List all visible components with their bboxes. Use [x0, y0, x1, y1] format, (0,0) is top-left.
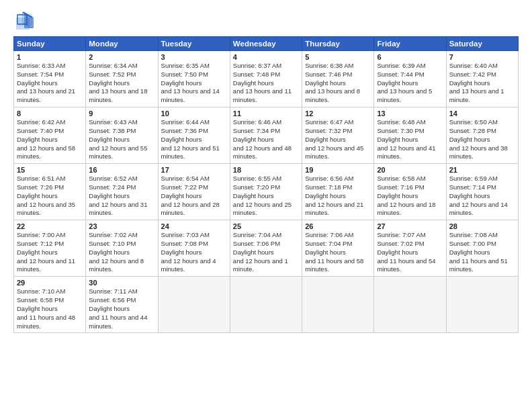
calendar-week-5: 29 Sunrise: 7:10 AM Sunset: 6:58 PM Dayl… — [14, 277, 519, 333]
weekday-header-friday: Friday — [374, 37, 446, 51]
day-info: Sunrise: 6:56 AM Sunset: 7:18 PM Dayligh… — [305, 175, 371, 218]
logo-icon — [13, 11, 34, 31]
calendar-day: 16 Sunrise: 6:52 AM Sunset: 7:24 PM Dayl… — [86, 164, 158, 220]
day-info: Sunrise: 7:06 AM Sunset: 7:04 PM Dayligh… — [305, 231, 371, 274]
weekday-header-tuesday: Tuesday — [158, 37, 230, 51]
day-info: Sunrise: 6:52 AM Sunset: 7:24 PM Dayligh… — [89, 175, 154, 218]
day-info: Sunrise: 6:37 AM Sunset: 7:48 PM Dayligh… — [233, 62, 299, 105]
calendar-day: 23 Sunrise: 7:02 AM Sunset: 7:10 PM Dayl… — [86, 220, 158, 277]
calendar-day: 21 Sunrise: 6:59 AM Sunset: 7:14 PM Dayl… — [446, 164, 518, 220]
day-info: Sunrise: 6:40 AM Sunset: 7:42 PM Dayligh… — [449, 62, 515, 105]
calendar-day: 25 Sunrise: 7:04 AM Sunset: 7:06 PM Dayl… — [230, 220, 302, 277]
day-number: 11 — [233, 109, 299, 118]
weekday-header-sunday: Sunday — [14, 37, 86, 51]
day-number: 18 — [233, 166, 299, 174]
day-info: Sunrise: 6:54 AM Sunset: 7:22 PM Dayligh… — [161, 175, 227, 218]
calendar-day: 9 Sunrise: 6:43 AM Sunset: 7:38 PM Dayli… — [86, 107, 158, 164]
calendar-day: 7 Sunrise: 6:40 AM Sunset: 7:42 PM Dayli… — [446, 51, 518, 107]
day-info: Sunrise: 6:48 AM Sunset: 7:30 PM Dayligh… — [377, 118, 443, 161]
calendar-day: 12 Sunrise: 6:47 AM Sunset: 7:32 PM Dayl… — [302, 107, 374, 164]
day-number: 5 — [305, 53, 371, 61]
day-info: Sunrise: 6:39 AM Sunset: 7:44 PM Dayligh… — [377, 62, 443, 105]
day-number: 24 — [161, 222, 227, 230]
calendar-day: 30 Sunrise: 7:11 AM Sunset: 6:56 PM Dayl… — [86, 277, 158, 333]
calendar-day: 28 Sunrise: 7:08 AM Sunset: 7:00 PM Dayl… — [446, 220, 518, 277]
day-number: 19 — [305, 166, 371, 174]
day-info: Sunrise: 7:07 AM Sunset: 7:02 PM Dayligh… — [377, 231, 443, 274]
weekday-header-row: SundayMondayTuesdayWednesdayThursdayFrid… — [14, 37, 519, 51]
day-info: Sunrise: 7:03 AM Sunset: 7:08 PM Dayligh… — [161, 231, 227, 274]
page: SundayMondayTuesdayWednesdayThursdayFrid… — [0, 0, 532, 411]
day-number: 28 — [449, 222, 515, 230]
day-info: Sunrise: 7:10 AM Sunset: 6:58 PM Dayligh… — [17, 287, 83, 330]
day-info: Sunrise: 6:50 AM Sunset: 7:28 PM Dayligh… — [449, 118, 515, 161]
day-info: Sunrise: 6:47 AM Sunset: 7:32 PM Dayligh… — [305, 118, 371, 161]
calendar-day: 3 Sunrise: 6:35 AM Sunset: 7:50 PM Dayli… — [158, 51, 230, 107]
day-number: 3 — [161, 53, 227, 61]
day-info: Sunrise: 6:38 AM Sunset: 7:46 PM Dayligh… — [305, 62, 371, 105]
calendar-week-4: 22 Sunrise: 7:00 AM Sunset: 7:12 PM Dayl… — [14, 220, 519, 277]
day-info: Sunrise: 6:35 AM Sunset: 7:50 PM Dayligh… — [161, 62, 227, 105]
weekday-header-thursday: Thursday — [302, 37, 374, 51]
calendar-week-3: 15 Sunrise: 6:51 AM Sunset: 7:26 PM Dayl… — [14, 164, 519, 220]
day-number: 1 — [17, 53, 83, 61]
calendar-day: 14 Sunrise: 6:50 AM Sunset: 7:28 PM Dayl… — [446, 107, 518, 164]
day-number: 2 — [89, 53, 154, 61]
calendar-day: 19 Sunrise: 6:56 AM Sunset: 7:18 PM Dayl… — [302, 164, 374, 220]
day-number: 23 — [89, 222, 154, 230]
header — [13, 11, 519, 31]
calendar-day — [302, 277, 374, 333]
day-info: Sunrise: 6:59 AM Sunset: 7:14 PM Dayligh… — [449, 175, 515, 218]
calendar-day: 1 Sunrise: 6:33 AM Sunset: 7:54 PM Dayli… — [14, 51, 86, 107]
calendar-week-2: 8 Sunrise: 6:42 AM Sunset: 7:40 PM Dayli… — [14, 107, 519, 164]
calendar-day — [374, 277, 446, 333]
day-number: 21 — [449, 166, 515, 174]
calendar-day: 17 Sunrise: 6:54 AM Sunset: 7:22 PM Dayl… — [158, 164, 230, 220]
day-info: Sunrise: 6:58 AM Sunset: 7:16 PM Dayligh… — [377, 175, 443, 218]
day-number: 8 — [17, 109, 83, 118]
day-info: Sunrise: 7:11 AM Sunset: 6:56 PM Dayligh… — [89, 287, 154, 330]
day-number: 7 — [449, 53, 515, 61]
calendar-day: 27 Sunrise: 7:07 AM Sunset: 7:02 PM Dayl… — [374, 220, 446, 277]
calendar-day: 15 Sunrise: 6:51 AM Sunset: 7:26 PM Dayl… — [14, 164, 86, 220]
day-info: Sunrise: 6:44 AM Sunset: 7:36 PM Dayligh… — [161, 118, 227, 161]
calendar-day: 26 Sunrise: 7:06 AM Sunset: 7:04 PM Dayl… — [302, 220, 374, 277]
calendar-day: 4 Sunrise: 6:37 AM Sunset: 7:48 PM Dayli… — [230, 51, 302, 107]
day-number: 12 — [305, 109, 371, 118]
calendar-day: 13 Sunrise: 6:48 AM Sunset: 7:30 PM Dayl… — [374, 107, 446, 164]
day-info: Sunrise: 7:02 AM Sunset: 7:10 PM Dayligh… — [89, 231, 154, 274]
day-info: Sunrise: 6:34 AM Sunset: 7:52 PM Dayligh… — [89, 62, 154, 105]
day-info: Sunrise: 7:00 AM Sunset: 7:12 PM Dayligh… — [17, 231, 83, 274]
calendar-day: 22 Sunrise: 7:00 AM Sunset: 7:12 PM Dayl… — [14, 220, 86, 277]
day-info: Sunrise: 6:33 AM Sunset: 7:54 PM Dayligh… — [17, 62, 83, 105]
calendar-day: 24 Sunrise: 7:03 AM Sunset: 7:08 PM Dayl… — [158, 220, 230, 277]
calendar-day — [230, 277, 302, 333]
calendar-day — [158, 277, 230, 333]
calendar-week-1: 1 Sunrise: 6:33 AM Sunset: 7:54 PM Dayli… — [14, 51, 519, 107]
day-info: Sunrise: 6:51 AM Sunset: 7:26 PM Dayligh… — [17, 175, 83, 218]
day-number: 30 — [89, 279, 154, 287]
calendar-day: 5 Sunrise: 6:38 AM Sunset: 7:46 PM Dayli… — [302, 51, 374, 107]
day-number: 22 — [17, 222, 83, 230]
calendar-day: 29 Sunrise: 7:10 AM Sunset: 6:58 PM Dayl… — [14, 277, 86, 333]
day-number: 14 — [449, 109, 515, 118]
day-info: Sunrise: 6:42 AM Sunset: 7:40 PM Dayligh… — [17, 118, 83, 161]
day-info: Sunrise: 7:08 AM Sunset: 7:00 PM Dayligh… — [449, 231, 515, 274]
weekday-header-monday: Monday — [86, 37, 158, 51]
calendar-day: 10 Sunrise: 6:44 AM Sunset: 7:36 PM Dayl… — [158, 107, 230, 164]
calendar-day — [446, 277, 518, 333]
calendar-day: 20 Sunrise: 6:58 AM Sunset: 7:16 PM Dayl… — [374, 164, 446, 220]
calendar-day: 6 Sunrise: 6:39 AM Sunset: 7:44 PM Dayli… — [374, 51, 446, 107]
logo — [13, 11, 36, 31]
day-number: 25 — [233, 222, 299, 230]
day-number: 29 — [17, 279, 83, 287]
calendar-day: 11 Sunrise: 6:46 AM Sunset: 7:34 PM Dayl… — [230, 107, 302, 164]
day-number: 27 — [377, 222, 443, 230]
day-number: 26 — [305, 222, 371, 230]
day-info: Sunrise: 6:55 AM Sunset: 7:20 PM Dayligh… — [233, 175, 299, 218]
day-number: 4 — [233, 53, 299, 61]
day-number: 9 — [89, 109, 154, 118]
day-number: 15 — [17, 166, 83, 174]
calendar-day: 8 Sunrise: 6:42 AM Sunset: 7:40 PM Dayli… — [14, 107, 86, 164]
day-number: 6 — [377, 53, 443, 61]
